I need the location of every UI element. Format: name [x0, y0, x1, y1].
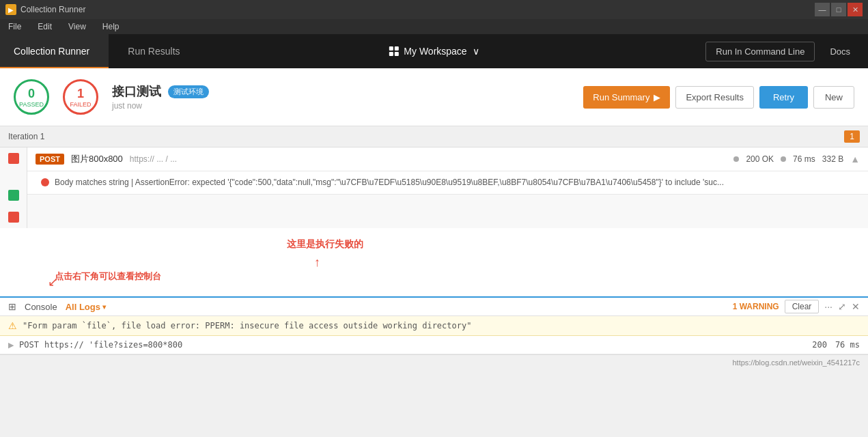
failed-label: FAILED	[70, 101, 91, 108]
console-warning-row: ⚠ "Form param `file`, file load error: P…	[0, 316, 868, 336]
passed-label: PASSED	[19, 101, 44, 108]
workspace-label: My Workspace	[404, 46, 466, 57]
warning-count-badge: 1 WARNING	[733, 302, 779, 311]
iteration-label: Iteration 1	[8, 132, 44, 141]
export-results-button[interactable]: Export Results	[675, 86, 754, 109]
passed-count: 0	[28, 87, 35, 101]
tab-collection-runner[interactable]: Collection Runner	[0, 34, 109, 68]
sidebar-status-icons	[0, 147, 27, 228]
title-bar-title: Collection Runner	[20, 5, 85, 14]
request-url: https:// ... / ...	[130, 154, 177, 164]
results-wrapper: POST 图片800x800 https:// ... / ... 200 OK…	[0, 147, 868, 228]
window-controls: — □ ✕	[815, 3, 863, 16]
arrow-up-icon: ↑	[314, 255, 320, 270]
all-logs-chevron: ▾	[102, 303, 106, 311]
retry-button[interactable]: Retry	[759, 86, 808, 109]
request-name: 图片800x800	[71, 153, 123, 165]
run-title-section: 接口测试 测试环境 just now	[112, 83, 209, 111]
run-info-bar: 0 PASSED 1 FAILED 接口测试 测试环境 just now Run…	[0, 68, 868, 126]
console-expand-icon[interactable]: ⊞	[8, 301, 16, 312]
run-summary-chevron: ▶	[654, 92, 660, 102]
run-in-command-line-button[interactable]: Run In Command Line	[705, 42, 815, 61]
app-icon: ▶	[5, 4, 16, 15]
console-more-icon[interactable]: ···	[824, 301, 832, 312]
nav-right-buttons: Run In Command Line Docs	[705, 42, 868, 61]
new-button[interactable]: New	[813, 86, 854, 109]
workspace-chevron: ∨	[473, 46, 479, 57]
annotation-center: 这里是执行失败的	[287, 238, 363, 251]
failed-badge: 1 FAILED	[63, 79, 98, 115]
console-close-icon[interactable]: ✕	[852, 301, 860, 312]
workspace-grid-icon	[389, 46, 398, 56]
docs-button[interactable]: Docs	[820, 42, 860, 61]
request-row[interactable]: POST 图片800x800 https:// ... / ... 200 OK…	[27, 147, 868, 171]
time-dot	[781, 156, 786, 162]
run-name: 接口测试	[112, 83, 161, 100]
warning-icon: ⚠	[8, 320, 17, 331]
sidebar-icon-failed-2	[8, 212, 19, 223]
error-indicator	[41, 178, 49, 186]
console-label: Console	[25, 302, 57, 312]
log-time: 76 ms	[835, 340, 860, 350]
title-bar: ▶ Collection Runner — □ ✕	[0, 0, 868, 19]
run-actions: Run Summary ▶ Export Results Retry New	[583, 86, 854, 109]
iteration-badge: 1	[844, 130, 860, 143]
annotations-overlay: 点击右下角可以查看控制台 ↙ 这里是执行失败的 ↑	[0, 228, 868, 296]
error-row: Body matches string | AssertionError: ex…	[27, 171, 868, 195]
log-right-info: 200 76 ms	[812, 340, 860, 350]
failed-count: 1	[77, 87, 84, 101]
sidebar-icon-passed-1	[8, 190, 19, 201]
console-popout-icon[interactable]: ⤢	[838, 301, 846, 312]
error-text: Body matches string | AssertionError: ex…	[55, 177, 724, 188]
close-button[interactable]: ✕	[848, 3, 863, 16]
request-size: 332 B	[822, 154, 843, 164]
log-expand-icon[interactable]: ▶	[8, 341, 14, 350]
run-summary-button[interactable]: Run Summary ▶	[583, 86, 670, 109]
status-link: https://blog.csdn.net/weixin_4541217c	[732, 358, 860, 367]
workspace-selector[interactable]: My Workspace ∨	[389, 46, 479, 57]
tab-run-results[interactable]: Run Results	[109, 34, 199, 68]
clear-button[interactable]: Clear	[785, 300, 820, 313]
run-time: just now	[112, 101, 209, 111]
results-area: Iteration 1 1 POST 图片800x800 https:// ..…	[0, 126, 868, 296]
maximize-button[interactable]: □	[831, 3, 846, 16]
menu-help[interactable]: Help	[100, 20, 122, 33]
console-log-row[interactable]: ▶ POST https:// 'file?sizes=800*800 200 …	[0, 336, 868, 354]
log-method: POST	[19, 340, 39, 350]
request-status: 200 OK	[746, 154, 774, 164]
request-rows: POST 图片800x800 https:// ... / ... 200 OK…	[27, 147, 868, 228]
minimize-button[interactable]: —	[815, 3, 830, 16]
annotation-left: 点击右下角可以查看控制台	[55, 270, 161, 283]
warning-message: "Form param `file`, file load error: PPE…	[23, 321, 471, 330]
menu-edit[interactable]: Edit	[35, 20, 55, 33]
sidebar-icon-failed	[8, 153, 19, 164]
iteration-header: Iteration 1 1	[0, 126, 868, 147]
log-url: https:// 'file?sizes=800*800	[44, 340, 182, 350]
nav-bar: Collection Runner Run Results My Workspa…	[0, 34, 868, 68]
console-log-area: ⚠ "Form param `file`, file load error: P…	[0, 315, 868, 354]
all-logs-tab[interactable]: All Logs ▾	[66, 302, 106, 312]
status-bar: https://blog.csdn.net/weixin_4541217c	[0, 354, 868, 369]
passed-badge: 0 PASSED	[14, 79, 49, 115]
run-env-badge: 测试环境	[168, 85, 209, 98]
log-status: 200	[812, 340, 827, 350]
arrow-down-left-icon: ↙	[48, 274, 58, 290]
console-right: 1 WARNING Clear ··· ⤢ ✕	[733, 300, 860, 313]
status-dot	[733, 156, 739, 162]
method-badge: POST	[36, 154, 64, 165]
menu-view[interactable]: View	[66, 20, 89, 33]
menu-bar: File Edit View Help	[0, 19, 868, 34]
menu-file[interactable]: File	[5, 20, 24, 33]
request-time: 76 ms	[793, 154, 815, 164]
console-bar: ⊞ Console All Logs ▾ 1 WARNING Clear ···…	[0, 296, 868, 315]
expand-icon[interactable]: ▲	[850, 154, 860, 165]
